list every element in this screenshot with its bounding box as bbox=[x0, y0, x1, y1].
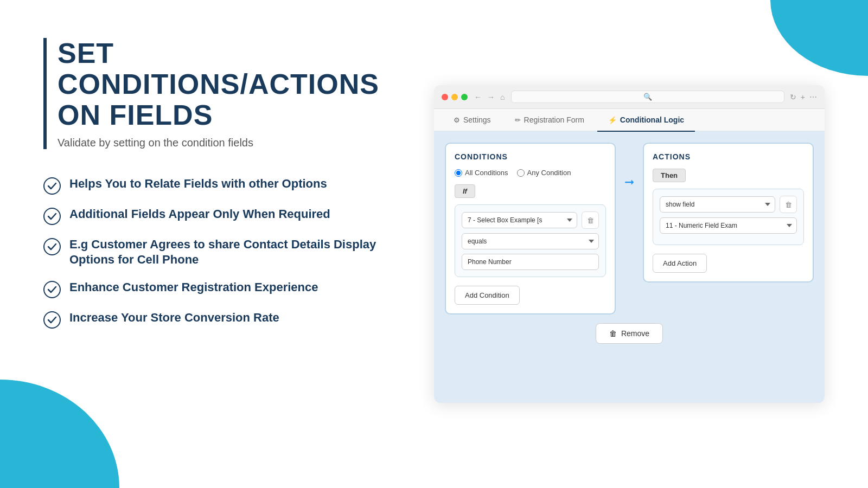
value-input[interactable] bbox=[462, 254, 599, 270]
tab-conditional-logic[interactable]: ⚡ Conditional Logic bbox=[597, 109, 695, 132]
check-icon bbox=[43, 311, 61, 329]
svg-point-2 bbox=[44, 239, 60, 255]
browser-url-bar[interactable]: 🔍 bbox=[511, 91, 784, 103]
nav-home[interactable]: ⌂ bbox=[499, 93, 506, 101]
then-badge: Then bbox=[653, 169, 686, 182]
list-item: Helps You to Relate Fields with other Op… bbox=[43, 176, 401, 195]
feature-text-2: Additional Fields Appear Only When Requi… bbox=[69, 207, 330, 222]
radio-any-text: Any Condition bbox=[527, 169, 571, 177]
remove-button[interactable]: 🗑 Remove bbox=[596, 323, 663, 344]
remove-label: Remove bbox=[621, 329, 649, 338]
new-tab-icon[interactable]: + bbox=[801, 93, 805, 101]
reload-icon[interactable]: ↻ bbox=[790, 93, 796, 101]
browser-dots bbox=[442, 94, 468, 100]
radio-all-text: All Conditions bbox=[465, 169, 508, 177]
feature-list: Helps You to Relate Fields with other Op… bbox=[43, 176, 401, 329]
list-item: Increase Your Store Conversion Rate bbox=[43, 310, 401, 329]
radio-row: All Conditions Any Condition bbox=[455, 169, 606, 177]
actions-panel: ACTIONS Then show field 🗑 bbox=[643, 143, 814, 282]
main-title: SET CONDITIONS/ACTIONS ON FIELDS bbox=[58, 38, 401, 131]
feature-text-4: Enhance Customer Registration Experience bbox=[69, 280, 318, 296]
tab-settings-label: Settings bbox=[463, 115, 491, 124]
nav-back[interactable]: ← bbox=[473, 93, 483, 101]
browser-window: ← → ⌂ 🔍 ↻ + ⋯ ⚙ Settings bbox=[434, 85, 825, 403]
check-icon bbox=[43, 238, 61, 255]
check-icon bbox=[43, 281, 61, 298]
trash-icon: 🗑 bbox=[609, 329, 617, 338]
add-action-button[interactable]: Add Action bbox=[653, 254, 707, 273]
list-item: Additional Fields Appear Only When Requi… bbox=[43, 207, 401, 225]
more-icon[interactable]: ⋯ bbox=[809, 93, 817, 101]
list-item: E.g Customer Agrees to share Contact Det… bbox=[43, 237, 401, 268]
logic-icon: ⚡ bbox=[608, 116, 617, 124]
title-block: SET CONDITIONS/ACTIONS ON FIELDS Validat… bbox=[43, 38, 401, 149]
subtitle: Validate by setting on the condition fie… bbox=[58, 137, 401, 149]
action-field-select[interactable]: 11 - Numeric Field Exam bbox=[660, 217, 797, 234]
operator-select[interactable]: equals bbox=[462, 233, 599, 249]
if-badge: If bbox=[455, 184, 475, 198]
dot-green[interactable] bbox=[461, 94, 468, 100]
browser-content: ⚙ Settings ✏ Registration Form ⚡ Conditi… bbox=[434, 109, 825, 403]
actions-header: ACTIONS bbox=[653, 152, 804, 161]
radio-any-label[interactable]: Any Condition bbox=[517, 169, 571, 177]
svg-point-3 bbox=[44, 281, 60, 298]
arrow-icon: ➞ bbox=[624, 175, 634, 189]
right-column: ← → ⌂ 🔍 ↻ + ⋯ ⚙ Settings bbox=[434, 33, 825, 455]
field-select-row: 7 - Select Box Example [s 🗑 bbox=[462, 211, 599, 229]
nav-forward[interactable]: → bbox=[486, 93, 496, 101]
action-box: show field 🗑 11 - Numeric Field Exam bbox=[653, 189, 804, 245]
tab-registration-label: Registration Form bbox=[524, 115, 584, 124]
field-select[interactable]: 7 - Select Box Example [s bbox=[462, 212, 577, 228]
dot-red[interactable] bbox=[442, 94, 448, 100]
feature-text-1: Helps You to Relate Fields with other Op… bbox=[69, 176, 327, 192]
settings-icon: ⚙ bbox=[454, 116, 460, 124]
browser-actions: ↻ + ⋯ bbox=[790, 93, 817, 101]
form-icon: ✏ bbox=[515, 116, 521, 124]
tabs-bar: ⚙ Settings ✏ Registration Form ⚡ Conditi… bbox=[434, 109, 825, 132]
action-select-row: show field 🗑 bbox=[660, 196, 797, 213]
check-icon bbox=[43, 208, 61, 225]
feature-text-3: E.g Customer Agrees to share Contact Det… bbox=[69, 237, 401, 268]
add-condition-button[interactable]: Add Condition bbox=[455, 286, 520, 305]
list-item: Enhance Customer Registration Experience bbox=[43, 280, 401, 298]
radio-all-label[interactable]: All Conditions bbox=[455, 169, 508, 177]
panel-area: CONDITIONS All Conditions Any Condition bbox=[434, 132, 825, 403]
feature-text-5: Increase Your Store Conversion Rate bbox=[69, 310, 279, 326]
radio-any-input[interactable] bbox=[517, 169, 525, 177]
svg-point-4 bbox=[44, 312, 60, 328]
svg-point-0 bbox=[44, 178, 60, 194]
conditions-panel: CONDITIONS All Conditions Any Condition bbox=[445, 143, 616, 314]
tab-settings[interactable]: ⚙ Settings bbox=[443, 109, 502, 132]
left-column: SET CONDITIONS/ACTIONS ON FIELDS Validat… bbox=[43, 33, 401, 455]
delete-action-button[interactable]: 🗑 bbox=[780, 196, 797, 213]
condition-box: 7 - Select Box Example [s 🗑 equals bbox=[455, 204, 606, 277]
arrow-connector: ➞ bbox=[624, 143, 634, 189]
delete-condition-button[interactable]: 🗑 bbox=[582, 211, 599, 229]
browser-chrome: ← → ⌂ 🔍 ↻ + ⋯ bbox=[434, 85, 825, 109]
main-content: SET CONDITIONS/ACTIONS ON FIELDS Validat… bbox=[0, 0, 868, 488]
conditions-header: CONDITIONS bbox=[455, 152, 606, 161]
action-type-select[interactable]: show field bbox=[660, 196, 775, 213]
tab-registration-form[interactable]: ✏ Registration Form bbox=[504, 109, 595, 132]
remove-row: 🗑 Remove bbox=[445, 314, 814, 348]
tab-conditional-label: Conditional Logic bbox=[620, 115, 684, 124]
svg-point-1 bbox=[44, 208, 60, 224]
check-icon bbox=[43, 177, 61, 195]
radio-all-input[interactable] bbox=[455, 169, 462, 177]
dot-yellow[interactable] bbox=[451, 94, 458, 100]
browser-nav: ← → ⌂ bbox=[473, 93, 506, 101]
conditions-actions-row: CONDITIONS All Conditions Any Condition bbox=[445, 143, 814, 314]
